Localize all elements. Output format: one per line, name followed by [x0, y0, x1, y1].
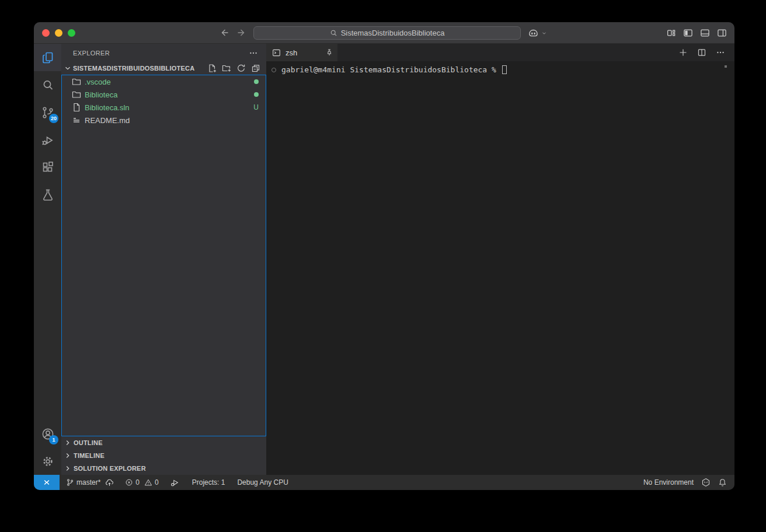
tree-item-vscode[interactable]: .vscode	[62, 75, 266, 88]
title-bar: SistemasDistribuidosBiblioteca	[34, 22, 734, 44]
problems-status[interactable]: 0 0	[125, 478, 158, 487]
editor-area: zsh	[266, 44, 734, 475]
projects-status[interactable]: Projects: 1	[192, 478, 225, 487]
git-modified-dot	[254, 79, 259, 84]
sidebar-title: EXPLORER	[73, 50, 110, 57]
panel-outline[interactable]: OUTLINE	[61, 436, 266, 449]
workspace-name: SISTEMASDISTRIBUIDOSBIBLIOTECA	[73, 65, 194, 72]
accounts-badge: 1	[49, 435, 58, 444]
file-label: Biblioteca.sln	[85, 103, 250, 112]
split-editor-icon[interactable]	[697, 48, 706, 57]
tree-item-biblioteca-sln[interactable]: Biblioteca.sln U	[62, 101, 266, 114]
file-label: .vscode	[85, 78, 250, 86]
dotnet-hexagon-icon[interactable]	[701, 478, 711, 487]
search-value: SistemasDistribuidosBiblioteca	[341, 29, 445, 37]
toggle-primary-sidebar-icon[interactable]	[683, 28, 693, 38]
explorer-sidebar: EXPLORER SISTEMASDISTRIBUIDOSBIBLIOTECA	[61, 44, 266, 475]
explorer-more-actions-icon[interactable]	[249, 48, 258, 58]
markdown-file-icon	[72, 116, 81, 125]
activity-run-debug[interactable]	[34, 126, 61, 153]
new-folder-icon[interactable]	[222, 64, 231, 73]
build-config-status[interactable]: Debug Any CPU	[237, 478, 288, 487]
panel-label: SOLUTION EXPLORER	[74, 465, 146, 472]
tree-item-readme[interactable]: README.md	[62, 114, 266, 127]
command-center-search[interactable]: SistemasDistribuidosBiblioteca	[253, 26, 521, 40]
search-icon	[330, 29, 337, 37]
copilot-icon[interactable]	[527, 27, 539, 39]
terminal-scrollbar-dot[interactable]	[725, 65, 727, 68]
activity-testing[interactable]	[34, 181, 61, 208]
sidebar-bottom-panels: OUTLINE TIMELINE SOLUTION EXPLORER	[61, 436, 266, 475]
error-count: 0	[135, 478, 140, 487]
git-untracked-badge: U	[253, 103, 259, 111]
notifications-bell-icon[interactable]	[718, 478, 727, 487]
terminal-prompt-line: gabriel@m4mini SistemasDistribuidosBibli…	[271, 65, 734, 74]
activity-accounts[interactable]: 1	[34, 420, 61, 447]
folder-icon	[72, 90, 81, 99]
source-control-badge: 20	[49, 114, 58, 123]
panel-label: OUTLINE	[74, 439, 103, 446]
git-branch-status[interactable]: master*	[66, 478, 114, 487]
tab-bar: zsh	[266, 44, 734, 61]
terminal-view[interactable]: gabriel@m4mini SistemasDistribuidosBibli…	[266, 61, 734, 475]
error-icon	[125, 478, 133, 487]
new-terminal-icon[interactable]	[678, 48, 688, 57]
panel-label: TIMELINE	[74, 452, 105, 459]
navigate-back-icon[interactable]	[220, 28, 229, 37]
panel-timeline[interactable]: TIMELINE	[61, 449, 266, 462]
status-bar: master* 0 0	[34, 475, 734, 490]
activity-settings[interactable]	[34, 447, 61, 475]
file-tree: .vscode Biblioteca Biblioteca.sln U	[61, 75, 266, 436]
close-window-button[interactable]	[42, 29, 50, 37]
toggle-secondary-sidebar-icon[interactable]	[717, 28, 727, 38]
copilot-chevron-down-icon[interactable]	[541, 30, 547, 36]
remote-indicator[interactable]	[34, 475, 60, 490]
activity-extensions[interactable]	[34, 153, 61, 181]
minimize-window-button[interactable]	[55, 29, 62, 37]
git-modified-dot	[254, 92, 259, 97]
warning-icon	[144, 478, 152, 487]
flask-icon	[41, 188, 55, 202]
more-actions-icon[interactable]	[716, 48, 725, 57]
new-file-icon[interactable]	[207, 64, 217, 73]
refresh-icon[interactable]	[236, 64, 246, 73]
traffic-lights	[42, 22, 75, 43]
activity-explorer[interactable]	[34, 44, 61, 71]
environment-status[interactable]: No Environment	[643, 478, 694, 487]
activity-source-control[interactable]: 20	[34, 99, 61, 126]
terminal-icon	[272, 48, 281, 57]
branch-label: master*	[76, 478, 100, 487]
file-label: README.md	[85, 116, 259, 125]
tree-item-biblioteca[interactable]: Biblioteca	[62, 88, 266, 101]
zoom-window-button[interactable]	[68, 29, 75, 37]
chevron-right-icon	[63, 464, 72, 473]
activity-search[interactable]	[34, 71, 61, 99]
terminal-cursor	[502, 65, 507, 74]
chevron-right-icon	[63, 438, 72, 447]
tab-zsh[interactable]: zsh	[266, 44, 337, 61]
extensions-icon	[41, 160, 55, 174]
collapse-all-icon[interactable]	[251, 64, 260, 73]
file-icon	[72, 103, 81, 112]
folder-icon	[72, 77, 81, 86]
branch-icon	[66, 478, 74, 487]
pin-icon[interactable]	[323, 48, 332, 57]
run-debug-icon	[41, 133, 55, 147]
gear-icon	[41, 454, 55, 468]
debug-status-icon[interactable]	[170, 478, 179, 487]
navigate-forward-icon[interactable]	[237, 28, 246, 37]
command-decoration-icon[interactable]	[271, 68, 276, 72]
chevron-down-icon	[63, 64, 72, 73]
vscode-window: SistemasDistribuidosBiblioteca	[34, 22, 734, 490]
cloud-upload-icon	[105, 478, 114, 487]
warning-count: 0	[155, 478, 159, 487]
file-label: Biblioteca	[85, 90, 250, 99]
customize-layout-icon[interactable]	[666, 28, 676, 38]
toggle-panel-icon[interactable]	[700, 28, 710, 38]
activity-bar: 20	[34, 44, 61, 475]
panel-solution-explorer[interactable]: SOLUTION EXPLORER	[61, 462, 266, 475]
chevron-right-icon	[63, 451, 72, 460]
workspace-section-header[interactable]: SISTEMASDISTRIBUIDOSBIBLIOTECA	[61, 62, 266, 75]
files-icon	[41, 51, 55, 65]
tab-label: zsh	[285, 48, 297, 57]
